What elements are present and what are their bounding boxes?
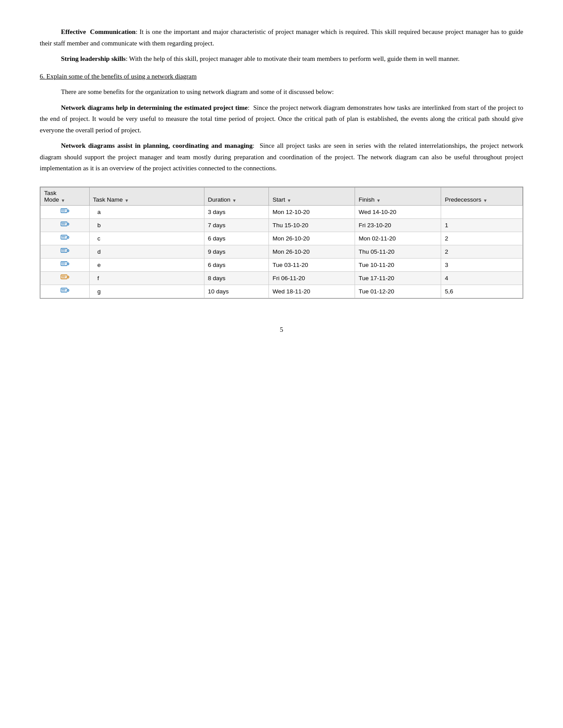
th-duration-label: Duration	[208, 196, 230, 203]
cell-finish: Tue 10-11-20	[355, 258, 441, 271]
svg-rect-17	[63, 249, 64, 250]
table-body: a3 daysMon 12-10-20Wed 14-10-20 b7 daysT…	[41, 205, 523, 298]
cell-finish: Thu 05-11-20	[355, 245, 441, 258]
svg-rect-6	[62, 223, 63, 224]
paragraph-benefits-intro: There are some benefits for the organiza…	[40, 86, 523, 98]
auto-task-icon	[60, 289, 70, 296]
th-taskname-label: Task Name	[93, 196, 123, 203]
svg-rect-20	[61, 262, 67, 266]
cell-taskname: g	[89, 285, 204, 298]
cell-predecessors: 2	[441, 232, 523, 245]
th-start-sort[interactable]: ▼	[287, 198, 291, 203]
cell-duration: 8 days	[204, 271, 268, 285]
page-number: 5	[40, 326, 523, 334]
manual-task-icon	[60, 276, 70, 283]
section-heading-benefits: 6. Explain some of the benefits of using…	[40, 71, 523, 83]
paragraph-effective-communication: Effective Communication: It is one the i…	[40, 26, 523, 49]
th-taskmode[interactable]: TaskMode ▼	[41, 187, 90, 205]
cell-predecessors: 5,6	[441, 285, 523, 298]
cell-start: Thu 15-10-20	[269, 218, 355, 232]
cell-start: Fri 06-11-20	[269, 271, 355, 285]
paragraph-string-leadership: String leadership skills: With the help …	[40, 53, 523, 65]
th-duration-sort[interactable]: ▼	[232, 198, 237, 203]
svg-rect-28	[64, 276, 65, 277]
term-string-leadership: String leadership skills	[61, 55, 126, 62]
svg-rect-25	[61, 275, 67, 279]
table-row: e6 daysTue 03-11-20Tue 10-11-203	[41, 258, 523, 271]
cell-finish: Wed 14-10-20	[355, 205, 441, 218]
th-predecessors-sort[interactable]: ▼	[483, 198, 487, 203]
svg-rect-0	[61, 209, 67, 213]
th-taskname[interactable]: Task Name ▼	[89, 187, 204, 205]
cell-predecessors	[441, 205, 523, 218]
page-content: Effective Communication: It is one the i…	[40, 26, 523, 334]
paragraph-network-planning: Network diagrams assist in planning, coo…	[40, 140, 523, 174]
auto-task-icon	[60, 210, 70, 217]
cell-taskmode	[41, 258, 90, 271]
th-start[interactable]: Start ▼	[269, 187, 355, 205]
th-taskmode-label: TaskMode	[44, 190, 59, 203]
th-taskname-sort[interactable]: ▼	[125, 198, 129, 203]
cell-predecessors: 1	[441, 218, 523, 232]
term-network-time: Network diagrams help in determining the…	[61, 104, 248, 111]
cell-finish: Tue 01-12-20	[355, 285, 441, 298]
cell-taskmode	[41, 285, 90, 298]
table-row: g10 daysWed 18-11-20Tue 01-12-205,6	[41, 285, 523, 298]
cell-taskmode	[41, 232, 90, 245]
svg-rect-7	[63, 223, 64, 224]
cell-taskname: a	[89, 205, 204, 218]
table-row: b7 daysThu 15-10-20Fri 23-10-201	[41, 218, 523, 232]
svg-rect-16	[62, 249, 63, 250]
task-table-wrapper: TaskMode ▼ Task Name ▼ Duration ▼	[40, 187, 523, 299]
cell-start: Mon 12-10-20	[269, 205, 355, 218]
cell-predecessors: 3	[441, 258, 523, 271]
auto-task-icon	[60, 236, 70, 243]
auto-task-icon	[60, 223, 70, 230]
th-finish-label: Finish	[359, 196, 374, 203]
th-taskmode-sort[interactable]: ▼	[61, 198, 65, 203]
cell-taskname: c	[89, 232, 204, 245]
cell-duration: 10 days	[204, 285, 268, 298]
cell-taskname: b	[89, 218, 204, 232]
term-effective-communication: Effective Communication	[61, 28, 136, 35]
svg-rect-32	[63, 289, 64, 290]
table-row: f8 daysFri 06-11-20Tue 17-11-204	[41, 271, 523, 285]
svg-rect-33	[64, 289, 65, 290]
th-finish[interactable]: Finish ▼	[355, 187, 441, 205]
cell-finish: Mon 02-11-20	[355, 232, 441, 245]
cell-duration: 3 days	[204, 205, 268, 218]
table-row: c6 daysMon 26-10-20Mon 02-11-202	[41, 232, 523, 245]
cell-duration: 9 days	[204, 245, 268, 258]
svg-rect-3	[64, 210, 65, 210]
cell-start: Mon 26-10-20	[269, 245, 355, 258]
table-header-row: TaskMode ▼ Task Name ▼ Duration ▼	[41, 187, 523, 205]
table-row: d9 daysMon 26-10-20Thu 05-11-202	[41, 245, 523, 258]
th-finish-sort[interactable]: ▼	[376, 198, 381, 203]
svg-rect-21	[62, 263, 63, 263]
cell-taskname: f	[89, 271, 204, 285]
cell-taskmode	[41, 271, 90, 285]
cell-taskmode	[41, 205, 90, 218]
auto-task-icon	[60, 249, 70, 256]
auto-task-icon	[60, 263, 70, 270]
svg-rect-26	[62, 276, 63, 277]
cell-predecessors: 4	[441, 271, 523, 285]
cell-finish: Fri 23-10-20	[355, 218, 441, 232]
th-predecessors-label: Predecessors	[445, 196, 481, 203]
paragraph-network-time: Network diagrams help in determining the…	[40, 102, 523, 136]
svg-rect-2	[63, 210, 64, 210]
svg-rect-10	[61, 235, 67, 239]
svg-rect-22	[63, 263, 64, 263]
th-start-label: Start	[272, 196, 285, 203]
svg-rect-23	[64, 263, 65, 263]
cell-taskname: d	[89, 245, 204, 258]
term-network-planning: Network diagrams assist in planning, coo…	[61, 142, 253, 149]
cell-start: Mon 26-10-20	[269, 232, 355, 245]
th-predecessors[interactable]: Predecessors ▼	[441, 187, 523, 205]
th-duration[interactable]: Duration ▼	[204, 187, 268, 205]
svg-rect-1	[62, 210, 63, 210]
svg-rect-8	[64, 223, 65, 224]
table-row: a3 daysMon 12-10-20Wed 14-10-20	[41, 205, 523, 218]
svg-rect-5	[61, 222, 67, 226]
cell-start: Tue 03-11-20	[269, 258, 355, 271]
